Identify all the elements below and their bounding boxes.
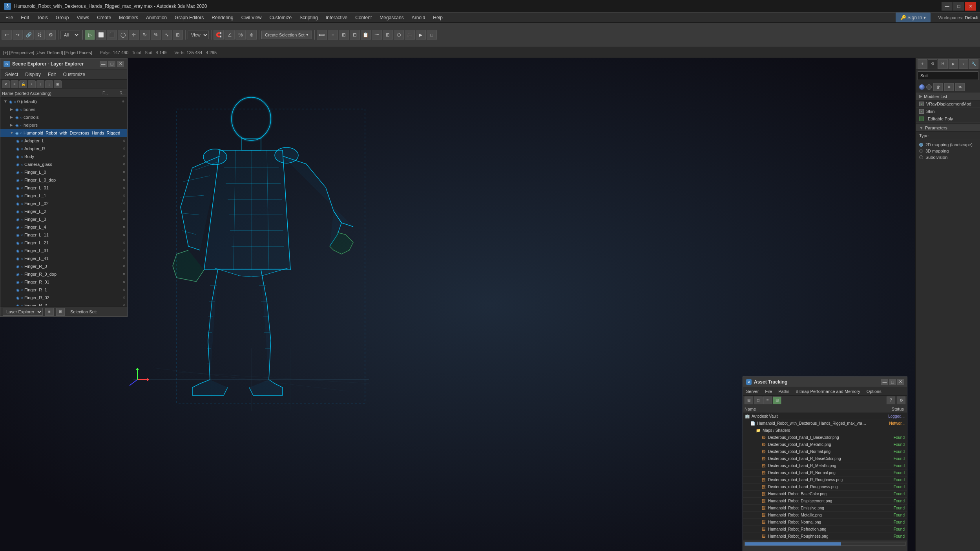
at-file-1[interactable]: 🖼 Dexterous_robot_hand_Metallic.png Foun…	[743, 441, 907, 448]
undo-button[interactable]: ↩	[2, 30, 12, 40]
menu-views[interactable]: Views	[73, 13, 93, 22]
object-name-field[interactable]	[918, 71, 978, 80]
se-icon-btn2[interactable]: ⊞	[56, 308, 65, 316]
angle-snap-button[interactable]: ∠	[224, 30, 235, 40]
obj-body[interactable]: ◉ ○ Body ✕	[0, 153, 127, 160]
obj-finger-r-02[interactable]: ◉ ○ Finger_R_02 ✕	[0, 294, 127, 302]
obj-finger-r-0-dop[interactable]: ◉ ○ Finger_R_0_dop ✕	[0, 270, 127, 278]
scene-explorer-maximize[interactable]: □	[108, 61, 115, 67]
se-lock-btn[interactable]: 🔒	[19, 80, 27, 88]
se-move2-btn[interactable]: ↓	[45, 80, 53, 88]
radio-subdivision[interactable]: Subdivision	[919, 154, 977, 160]
at-btn-1[interactable]: ⊞	[745, 396, 753, 404]
menu-megascans[interactable]: Megascans	[376, 13, 407, 22]
layer-manager-button[interactable]: 📋	[361, 30, 371, 40]
cp-tab-modify[interactable]: ⚙	[928, 59, 937, 69]
obj-finger-l-3[interactable]: ◉ ○ Finger_L_3 ✕	[0, 215, 127, 223]
at-file-9[interactable]: 🖼 Humanoid_Robot_Displacement.png Found	[743, 498, 907, 505]
menu-help[interactable]: Help	[429, 13, 447, 22]
obj-finger-l-4[interactable]: ◉ ○ Finger_L_4 ✕	[0, 223, 127, 231]
obj-finger-r-01[interactable]: ◉ ○ Finger_R_01 ✕	[0, 278, 127, 286]
at-menu-server[interactable]: Server	[743, 388, 762, 395]
place-button[interactable]: ⊞	[173, 30, 183, 40]
se-move-btn[interactable]: ↑	[36, 80, 44, 88]
name-column-header[interactable]: Name (Sorted Ascending)	[2, 91, 102, 96]
at-file-6[interactable]: 🖼 Dexterous_robot_hand_R_Roughness.png F…	[743, 476, 907, 484]
menu-graph-editors[interactable]: Graph Editors	[171, 13, 208, 22]
at-file-4[interactable]: 🖼 Dexterous_robot_hand_R_Metallic.png Fo…	[743, 462, 907, 469]
select-link-button[interactable]: 🔗	[24, 30, 34, 40]
obj-finger-l-0-dop[interactable]: ◉ ○ Finger_L_0_dop ✕	[0, 176, 127, 184]
obj-finger-l-41[interactable]: ◉ ○ Finger_L_41 ✕	[0, 255, 127, 262]
at-menu-paths[interactable]: Paths	[775, 388, 792, 395]
bind-space-warp-button[interactable]: ⚙	[46, 30, 56, 40]
se-layer-btn[interactable]: ≡	[11, 80, 18, 88]
at-file-3[interactable]: 🖼 Dexterous_robot_hand_R_BaseColor.png F…	[743, 455, 907, 462]
render-setup-button[interactable]: 🎥	[405, 30, 415, 40]
close-button[interactable]: ✕	[965, 2, 976, 11]
menu-scripting[interactable]: Scripting	[296, 13, 322, 22]
at-robot-file[interactable]: 📄 Humanoid_Robot_with_Dexterous_Hands_Ri…	[743, 420, 907, 427]
obj-finger-l-0[interactable]: ◉ ○ Finger_L_0 ✕	[0, 168, 127, 176]
render-button[interactable]: ▶	[416, 30, 426, 40]
at-btn-4[interactable]: ⊟	[773, 396, 781, 404]
menu-create[interactable]: Create	[93, 13, 115, 22]
tab-edit[interactable]: Edit	[45, 69, 59, 79]
at-file-10[interactable]: 🖼 Humanoid_Robot_Emissive.png Found	[743, 505, 907, 512]
obj-finger-l-11[interactable]: ◉ ○ Finger_L_11 ✕	[0, 231, 127, 239]
align3-button[interactable]: ⊟	[350, 30, 360, 40]
tab-customize[interactable]: Customize	[60, 69, 88, 79]
menu-customize[interactable]: Customize	[266, 13, 296, 22]
at-btn-2[interactable]: □	[754, 396, 763, 404]
select-object-button[interactable]: ▷	[85, 30, 95, 40]
at-file-0[interactable]: 🖼 Dexterous_robot_hand_l_BaseColor.png F…	[743, 434, 907, 441]
cp-tab-display[interactable]: ○	[959, 59, 968, 69]
at-minimize-btn[interactable]: —	[881, 379, 888, 385]
menu-group[interactable]: Group	[52, 13, 73, 22]
at-file-8[interactable]: 🖼 Humanoid_Robot_BaseColor.png Found	[743, 491, 907, 498]
cp-delete-btn[interactable]: 🗑	[933, 83, 943, 91]
at-file-7[interactable]: 🖼 Dexterous_robot_hand_Roughness.png Fou…	[743, 484, 907, 491]
cp-tab-hierarchy[interactable]: H	[938, 59, 947, 69]
percent-snap-button[interactable]: %	[235, 30, 246, 40]
filter-dropdown[interactable]: All	[60, 31, 80, 39]
minimize-button[interactable]: —	[942, 2, 953, 11]
layer-0-default[interactable]: ▼ ◉ ○ 0 (default) ❄	[0, 98, 127, 105]
radio-3d-mapping[interactable]: 3D mapping	[919, 148, 977, 154]
sign-in-button[interactable]: 🔑 Sign In ▾	[896, 13, 931, 22]
at-maps-folder[interactable]: 📁 Maps / Shaders	[743, 427, 907, 434]
obj-adapter-l[interactable]: ◉ ○ Adapter_L ✕	[0, 137, 127, 145]
obj-finger-l-02[interactable]: ◉ ○ Finger_L_02 ✕	[0, 200, 127, 207]
modifier-editable-poly[interactable]: Editable Poly	[916, 115, 980, 123]
obj-finger-l-21[interactable]: ◉ ○ Finger_L_21 ✕	[0, 239, 127, 247]
obj-camera-glass[interactable]: ◉ ○ Camera_glass ✕	[0, 160, 127, 168]
layer-humanoid-robot[interactable]: ▼ ◉ ○ Humanoid_Robot_with_Dexterous_Hand…	[0, 129, 127, 137]
cp-tab-create[interactable]: +	[918, 59, 927, 69]
cp-tab-utilities[interactable]: 🔧	[969, 59, 978, 69]
spinner-snap-button[interactable]: ⊕	[246, 30, 257, 40]
redo-button[interactable]: ↪	[13, 30, 23, 40]
at-menu-options[interactable]: Options	[863, 388, 885, 395]
menu-file[interactable]: File	[2, 13, 17, 22]
obj-finger-r-2[interactable]: ◉ ○ Finger_R_2 ✕	[0, 302, 127, 306]
radio-2d-landscape[interactable]: 2D mapping (landscape)	[919, 142, 977, 148]
at-file-11[interactable]: 🖼 Humanoid_Robot_Metallic.png Found	[743, 512, 907, 519]
layer-type-dropdown[interactable]: Layer Explorer	[3, 308, 43, 316]
scene-explorer-minimize[interactable]: —	[100, 61, 107, 67]
at-file-12[interactable]: 🖼 Humanoid_Robot_Normal.png Found	[743, 519, 907, 526]
layer-bones[interactable]: ▶ ◉ ○ bones	[0, 105, 127, 113]
layer-helpers[interactable]: ▶ ◉ ○ helpers	[0, 121, 127, 129]
menu-edit[interactable]: Edit	[17, 13, 33, 22]
move-button[interactable]: ✛	[129, 30, 139, 40]
at-file-14[interactable]: 🖼 Humanoid_Robot_Roughness.png Found	[743, 533, 907, 540]
at-file-13[interactable]: 🖼 Humanoid_Robot_Refraction.png Found	[743, 526, 907, 533]
obj-finger-l-2[interactable]: ◉ ○ Finger_L_2 ✕	[0, 207, 127, 215]
cp-settings-btn[interactable]: ⚙	[944, 83, 954, 91]
obj-adapter-r[interactable]: ◉ ○ Adapter_R ✕	[0, 145, 127, 153]
view-dropdown[interactable]: View	[188, 31, 209, 39]
render-frame-button[interactable]: □	[427, 30, 437, 40]
scene-tree[interactable]: ▼ ◉ ○ 0 (default) ❄ ▶ ◉ ○ bones ▶ ◉ ○ co…	[0, 98, 127, 306]
tab-select[interactable]: Select	[2, 69, 21, 79]
at-btn-3[interactable]: ≡	[763, 396, 772, 404]
create-selection-set-button[interactable]: Create Selection Set▾	[261, 31, 312, 39]
